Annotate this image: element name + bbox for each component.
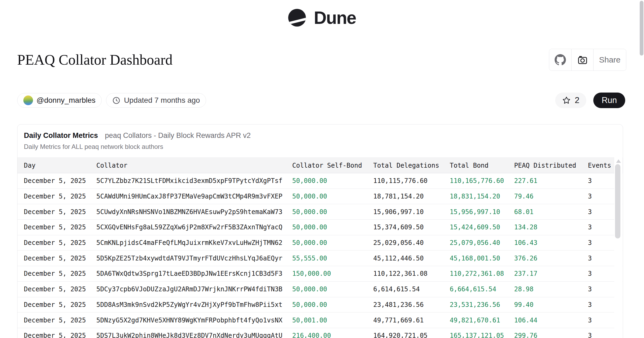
cell-self_bond: 50,000.00 (292, 301, 373, 308)
table-row: December 5, 20255DNzyG5X2gd7KHVe5XHNY89W… (17, 313, 623, 328)
cell-self_bond: 50,000.00 (292, 177, 373, 185)
cell-self_bond: 50,001.00 (292, 317, 373, 324)
cell-total_bond: 49,821,670.61 (450, 317, 514, 324)
star-icon (562, 96, 571, 105)
camera-icon (577, 54, 588, 65)
cell-day: December 5, 2025 (24, 177, 96, 185)
cell-peaq: 299.76 (514, 332, 588, 338)
cell-delegations: 164,920,721.05 (373, 332, 450, 338)
card-query-link[interactable]: peaq Collators - Daily Block Rewards APR… (105, 131, 251, 140)
author-avatar (23, 95, 33, 105)
cell-peaq: 68.01 (514, 208, 588, 216)
cell-delegations: 15,374,609.50 (373, 223, 450, 231)
table-scrollbar-thumb[interactable] (615, 164, 620, 238)
cell-day: December 5, 2025 (24, 255, 96, 262)
column-header-collator[interactable]: Collator (96, 162, 292, 169)
cell-collator: 5DCy37cpb6VJoDUZzaJgU2ARmDJ7WrjknJNKrrPW… (96, 285, 292, 293)
run-button[interactable]: Run (593, 93, 625, 108)
cell-total_bond: 165,137,121.05 (450, 332, 514, 338)
column-header-delegations[interactable]: Total Delegations (373, 162, 450, 169)
cell-delegations: 15,906,997.10 (373, 208, 450, 216)
cell-delegations: 23,481,236.56 (373, 301, 450, 308)
cell-collator: 5CmKNLpjidsC4maFFeQfLMqJuixrmKkeV7xvLuHw… (96, 239, 292, 247)
column-header-total-bond[interactable]: Total Bond (450, 162, 514, 169)
cell-collator: 5D5KpZE25Tzb4xywdtdAT9VJTmyrFTdUVczHhsLY… (96, 255, 292, 262)
cell-self_bond: 50,000.00 (292, 193, 373, 200)
clock-icon (112, 96, 120, 105)
table-row: December 5, 20255DD8AsM3mk9nSvd2kP5ZyWgY… (17, 297, 623, 313)
dune-logo-icon[interactable] (288, 9, 306, 27)
scroll-up-arrow-icon[interactable] (616, 159, 621, 163)
table-row: December 5, 20255CUwdyXnNRsNHSNVo1NBZMNZ… (17, 204, 623, 220)
cell-collator: 5DNzyG5X2gd7KHVe5XHNY89WgKYmFRPobphbft4f… (96, 317, 292, 324)
cell-delegations: 110,122,361.08 (373, 270, 450, 277)
cell-peaq: 134.28 (514, 223, 588, 231)
column-header-peaq-distributed[interactable]: PEAQ Distributed (514, 162, 588, 169)
cell-total_bond: 23,531,236.56 (450, 301, 514, 308)
column-header-day[interactable]: Day (24, 162, 96, 169)
cell-collator: 5DA6TWxQdtw3Sprg17tLaeED3BDpJNw1EErsKcnj… (96, 270, 292, 277)
cell-day: December 5, 2025 (24, 239, 96, 247)
cell-peaq: 227.61 (514, 177, 588, 185)
dashboard-toolbar: Share (549, 49, 626, 71)
star-count: 2 (575, 95, 579, 105)
star-button[interactable]: 2 (555, 93, 586, 108)
table-row: December 5, 20255D5KpZE25Tzb4xywdtdAT9VJ… (17, 251, 623, 266)
cell-day: December 5, 2025 (24, 208, 96, 216)
meta-row: @donny_marbles Updated 7 months ago 2 Ru… (17, 93, 625, 108)
brand-header: Dune (0, 5, 644, 30)
table-row: December 5, 20255CAWdUMni9HUmCaxJ8fP37EM… (17, 189, 623, 204)
cell-collator: 5CAWdUMni9HUmCaxJ8fP37EMaVe9apCmW3tCMp4R… (96, 193, 292, 200)
table-scrollbar[interactable] (614, 157, 623, 338)
table-header-row: Day Collator Collator Self-Bond Total De… (17, 157, 623, 173)
dune-wordmark[interactable]: Dune (314, 8, 356, 28)
table-row: December 5, 20255DS7L3ukW2phin8WHeJk8d3V… (17, 328, 623, 338)
cell-day: December 5, 2025 (24, 285, 96, 293)
cell-collator: 5DS7L3ukW2phin8WHeJk8d3VEz8DV7nXdNerdy3u… (96, 332, 292, 338)
author-handle: @donny_marbles (36, 96, 96, 105)
author-pill[interactable]: @donny_marbles (17, 93, 102, 108)
updated-pill: Updated 7 months ago (106, 93, 206, 108)
metrics-table: Day Collator Collator Self-Bond Total De… (17, 157, 623, 338)
github-icon (555, 54, 566, 65)
card-title: Daily Collator Metrics (24, 131, 98, 140)
cell-self_bond: 50,000.00 (292, 208, 373, 216)
cell-day: December 5, 2025 (24, 317, 96, 324)
share-button[interactable]: Share (593, 49, 626, 71)
cell-collator: 5CXGQvENHsFg8aL59ZZqXw6jP2m8XFw2rF5B3ZAx… (96, 223, 292, 231)
column-header-self-bond[interactable]: Collator Self-Bond (292, 162, 373, 169)
cell-peaq: 79.46 (514, 193, 588, 200)
cell-day: December 5, 2025 (24, 301, 96, 308)
cell-delegations: 18,781,154.20 (373, 193, 450, 200)
card-description: Daily Metrics for ALL peaq network block… (24, 143, 616, 150)
cell-delegations: 6,614,615.54 (373, 285, 450, 293)
cell-day: December 5, 2025 (24, 270, 96, 277)
cell-self_bond: 50,000.00 (292, 239, 373, 247)
page-scrollbar-thumb[interactable] (640, 1, 643, 56)
cell-peaq: 106.43 (514, 239, 588, 247)
screenshot-button[interactable] (571, 49, 593, 71)
table-body: December 5, 20255C7YLZbbz7K21SLtFDMxikci… (17, 173, 623, 338)
cell-self_bond: 150,000.00 (292, 270, 373, 277)
cell-day: December 5, 2025 (24, 223, 96, 231)
cell-collator: 5CUwdyXnNRsNHSNVo1NBZMNZ6HVAEsuwPy2pS9ht… (96, 208, 292, 216)
meta-actions: 2 Run (555, 93, 625, 108)
cell-total_bond: 6,664,615.54 (450, 285, 514, 293)
cell-total_bond: 45,168,001.50 (450, 255, 514, 262)
cell-delegations: 45,112,446.50 (373, 255, 450, 262)
cell-total_bond: 18,831,154.20 (450, 193, 514, 200)
github-button[interactable] (549, 49, 571, 71)
cell-self_bond: 216,400.00 (292, 332, 373, 338)
cell-peaq: 106.44 (514, 317, 588, 324)
table-row: December 5, 20255C7YLZbbz7K21SLtFDMxikci… (17, 173, 623, 189)
cell-peaq: 376.26 (514, 255, 588, 262)
cell-total_bond: 15,424,609.50 (450, 223, 514, 231)
table-row: December 5, 20255DCy37cpb6VJoDUZzaJgU2AR… (17, 282, 623, 297)
cell-self_bond: 50,000.00 (292, 223, 373, 231)
cell-collator: 5C7YLZbbz7K21SLtFDMxikcid3exmD5xpF9TPytc… (96, 177, 292, 185)
title-row: PEAQ Collator Dashboard Share (17, 49, 626, 71)
cell-peaq: 99.40 (514, 301, 588, 308)
table-row: December 5, 20255CXGQvENHsFg8aL59ZZqXw6j… (17, 220, 623, 235)
updated-text: Updated 7 months ago (124, 96, 200, 105)
cell-self_bond: 55,555.00 (292, 255, 373, 262)
